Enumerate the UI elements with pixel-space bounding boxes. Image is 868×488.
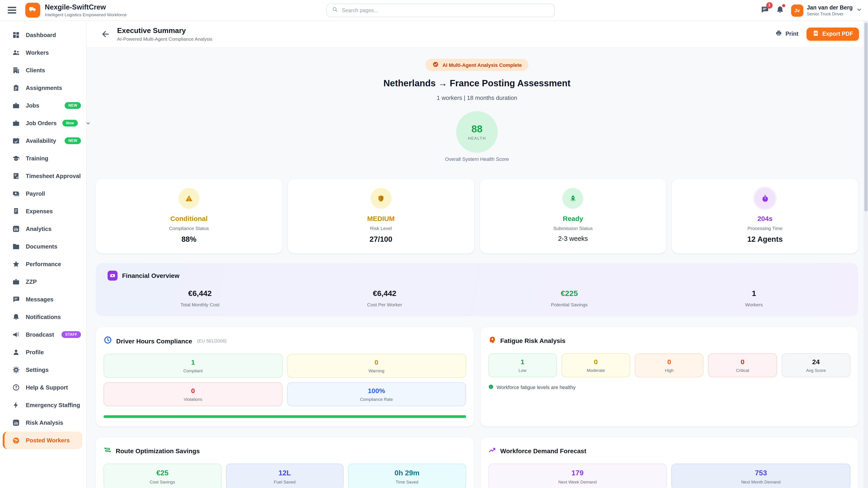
user-menu[interactable]: Jv Jan van der Berg Senior Truck Driver: [791, 4, 862, 17]
sidebar-item-performance[interactable]: Performance: [0, 255, 86, 273]
sidebar-item-analytics[interactable]: Analytics: [0, 220, 86, 238]
lightning-icon: [12, 401, 20, 409]
cost-savings-tile: €25Cost Savings: [103, 464, 221, 488]
sidebar-item-dashboard[interactable]: Dashboard: [0, 26, 86, 44]
health-score-caption: Overall System Health Score: [96, 156, 858, 162]
fatigue-risk-panel: Fatigue Risk Analysis 1Low 0Moderate 0Hi…: [480, 327, 858, 427]
financial-title: Financial Overview: [122, 272, 180, 279]
violations-tile: 0Violations: [103, 382, 283, 406]
time-saved-tile: 0h 29mTime Saved: [348, 464, 466, 488]
compliance-rate-tile: 100%Compliance Rate: [287, 382, 466, 406]
info-dot-icon: [488, 384, 493, 390]
rocket-icon: [563, 188, 583, 209]
briefcase-icon: [12, 278, 20, 286]
shield-icon: [370, 188, 391, 209]
driver-hours-compliance-panel: Driver Hours Compliance (EU 561/2006) 1C…: [96, 327, 473, 427]
chevron-down-icon: [856, 6, 862, 14]
workers-icon: [12, 49, 20, 57]
sidebar-item-risk-analysis[interactable]: Risk Analysis: [0, 414, 86, 431]
star-icon: [12, 260, 20, 268]
banknote-icon: [12, 190, 20, 197]
sidebar-item-payroll[interactable]: Payroll: [0, 185, 86, 202]
sidebar-item-training[interactable]: Training: [0, 150, 86, 167]
user-role: Senior Truck Driver: [807, 11, 852, 16]
sidebar-item-timesheet-approval[interactable]: Timesheet Approval: [0, 167, 86, 185]
sidebar-item-messages[interactable]: Messages: [0, 291, 86, 308]
page-title: Executive Summary: [117, 26, 212, 35]
assessment-title: Netherlands → France Posting Assessment: [96, 78, 858, 89]
globe-icon: [12, 436, 20, 444]
new-badge: NEW: [65, 102, 81, 109]
financial-overview: Financial Overview €6,442 Total Monthly …: [96, 263, 858, 316]
clock-icon: [103, 336, 112, 346]
truck-icon: [29, 5, 37, 15]
bar-chart-icon: [12, 225, 20, 233]
chat-icon: [12, 295, 20, 303]
sidebar-item-assignments[interactable]: Assignments: [0, 79, 86, 97]
scrollbar-thumb[interactable]: [864, 23, 867, 212]
search-icon: [332, 6, 338, 14]
receipt-icon: [12, 207, 20, 215]
export-pdf-button[interactable]: PDF Export PDF: [807, 27, 859, 40]
user-name: Jan van der Berg: [807, 5, 852, 11]
messages-count-badge: 3: [766, 2, 772, 8]
fatigue-note: Workforce fatigue levels are healthy: [488, 384, 850, 390]
workforce-demand-panel: Workforce Demand Forecast 179Next Week D…: [480, 437, 858, 488]
building-icon: [12, 66, 20, 74]
print-button[interactable]: Print: [776, 30, 798, 38]
compliance-progress-bar: [103, 415, 466, 418]
sidebar-item-expenses[interactable]: Expenses: [0, 202, 86, 220]
compliant-tile: 1Compliant: [103, 354, 283, 378]
page-scrollbar[interactable]: [864, 21, 868, 488]
sidebar-item-notifications[interactable]: Notifications: [0, 308, 86, 326]
person-icon: [12, 348, 20, 356]
chevron-down-icon[interactable]: [85, 121, 91, 126]
messages-button[interactable]: 3: [760, 5, 769, 15]
megaphone-icon: [12, 331, 20, 338]
notifications-button[interactable]: [776, 5, 784, 15]
assessment-meta: 1 workers | 18 months duration: [96, 94, 858, 101]
potential-savings-stat: €225 Potential Savings: [477, 289, 662, 307]
dashboard-icon: [12, 31, 20, 39]
briefcase-icon: [12, 102, 20, 109]
back-button[interactable]: [101, 29, 110, 39]
top-bar: Nexgile-SwiftCrew Intelligent Logistics …: [0, 0, 868, 21]
sidebar-item-emergency-staffing[interactable]: Emergency Staffing: [0, 396, 86, 414]
sidebar-item-zzp[interactable]: ZZP: [0, 273, 86, 291]
compliance-progress-fill: [103, 415, 466, 418]
search-box[interactable]: [327, 4, 555, 17]
gear-icon: [12, 366, 20, 374]
analysis-complete-badge: AI Multi-Agent Analysis Complete: [425, 59, 528, 71]
notification-dot: [782, 4, 785, 7]
sidebar-item-clients[interactable]: Clients: [0, 61, 86, 79]
fuel-saved-tile: 12LFuel Saved: [226, 464, 344, 488]
avatar: Jv: [791, 4, 803, 17]
clipboard-icon: [12, 84, 20, 92]
sidebar-item-broadcast[interactable]: BroadcastSTAFF: [0, 326, 86, 344]
sidebar-item-profile[interactable]: Profile: [0, 344, 86, 361]
sidebar-item-jobs[interactable]: JobsNEW: [0, 97, 86, 114]
head-gear-icon: [488, 336, 496, 346]
sidebar-item-workers[interactable]: Workers: [0, 44, 86, 61]
stopwatch-icon: [754, 188, 775, 209]
sidebar-item-documents[interactable]: Documents: [0, 238, 86, 255]
driver-hours-title: Driver Hours Compliance: [116, 337, 192, 345]
submission-status-card: Ready Submission Status 2-3 weeks: [480, 179, 666, 254]
page-subtitle: AI-Powered Multi-Agent Compliance Analys…: [117, 36, 212, 41]
sidebar-item-availability[interactable]: AvailabilityNEW: [0, 132, 86, 150]
sidebar-item-posted-workers[interactable]: Posted Workers: [3, 431, 82, 449]
app-window: Nexgile-SwiftCrew Intelligent Logistics …: [0, 0, 868, 488]
sidebar-item-settings[interactable]: Settings: [0, 361, 86, 379]
sidebar-item-job-orders[interactable]: Job OrdersNew: [0, 114, 86, 132]
route-icon: [103, 446, 112, 456]
next-month-demand-tile: 753Next Month Demand: [672, 464, 850, 488]
health-score-value: 88: [471, 123, 483, 135]
help-circle-icon: [12, 384, 20, 391]
trend-up-icon: [488, 446, 496, 456]
next-week-demand-tile: 179Next Week Demand: [488, 464, 667, 488]
search-input[interactable]: [342, 8, 549, 13]
brand-logo: [25, 3, 40, 18]
menu-icon[interactable]: [8, 7, 16, 13]
sidebar-item-help-support[interactable]: Help & Support: [0, 379, 86, 396]
graduation-cap-icon: [12, 155, 20, 162]
